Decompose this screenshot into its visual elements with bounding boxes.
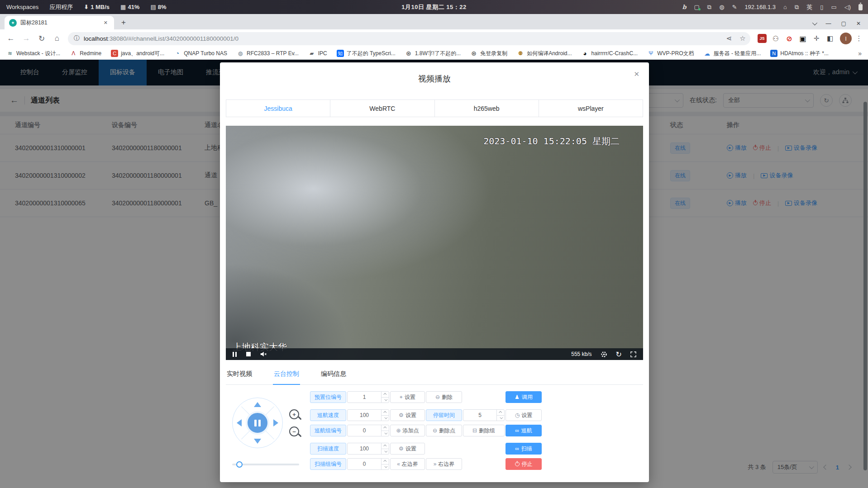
spin-down-icon[interactable]	[382, 397, 389, 403]
address-bar[interactable]: ⓘ localhost:38080/#/channelList/34020000…	[68, 32, 750, 45]
tray-jar-icon[interactable]: ◍	[719, 4, 724, 10]
battery-icon[interactable]	[858, 4, 863, 10]
site-info-icon[interactable]: ⓘ	[74, 34, 80, 43]
pause-icon[interactable]	[233, 352, 237, 357]
spin-up-icon[interactable]	[382, 392, 389, 397]
bookmark-item[interactable]: Cjava、android可...	[111, 50, 164, 57]
extension-qr-icon[interactable]: ▣	[798, 34, 807, 43]
extension-adblock-icon[interactable]: ⊘	[785, 34, 794, 43]
back-button[interactable]: ←	[5, 32, 17, 45]
display-icon[interactable]: ▭	[831, 4, 836, 10]
phone-link-icon[interactable]: ▯	[820, 4, 823, 10]
player-settings-icon[interactable]	[601, 351, 607, 358]
stop-square-icon[interactable]	[246, 352, 251, 356]
tab-live-video[interactable]: 实时视频	[226, 368, 253, 384]
preset-call-button[interactable]: ♟调用	[506, 391, 542, 403]
share-icon[interactable]: ⋖	[723, 33, 735, 44]
scan-group-stepper[interactable]	[347, 458, 389, 470]
workspaces-switcher-icon[interactable]: ⧉	[795, 4, 799, 11]
tab-ptz-control[interactable]: 云台控制	[273, 368, 300, 385]
cruise-delete-point-button[interactable]: ⊖删除点	[426, 425, 462, 436]
tray-notification-icon[interactable]: ▢	[694, 4, 700, 10]
bookmark-item[interactable]: ◍RFC2833 – RTP Ev...	[237, 50, 299, 57]
video-player[interactable]: 2023-01-10 15:22:05 星期二 上地科实大华 555 kb/s …	[226, 126, 643, 360]
preset-number-stepper[interactable]	[347, 391, 389, 403]
bookmarks-overflow-button[interactable]: »	[858, 50, 862, 57]
bookmark-item[interactable]: ΨWVP-PRO文档	[647, 50, 694, 57]
spin-up-icon[interactable]	[382, 410, 389, 415]
scan-right-boundary-button[interactable]: »右边界	[426, 458, 462, 470]
home-button[interactable]: ⌂	[51, 32, 63, 45]
bookmark-item[interactable]: NHDAtmos :: 种子 *...	[770, 50, 829, 57]
tab-jessibuca[interactable]: Jessibuca	[226, 100, 330, 117]
bookmark-folder[interactable]: ▰IPC	[308, 50, 327, 57]
scan-start-button[interactable]: ∞扫描	[506, 443, 542, 455]
cruise-start-button[interactable]: ∞巡航	[506, 425, 542, 436]
browser-tab[interactable]: ✦ 国标28181 ✕	[5, 16, 114, 29]
home-indicator-icon[interactable]: ⌂	[783, 4, 787, 10]
spin-down-icon[interactable]	[382, 449, 389, 455]
volume-muted-icon[interactable]	[260, 351, 267, 357]
stay-time-stepper[interactable]	[463, 409, 505, 421]
new-tab-button[interactable]: +	[118, 17, 129, 28]
screenshot-tool-icon[interactable]: ✎	[732, 4, 737, 10]
spin-down-icon[interactable]	[382, 415, 389, 421]
bookmark-item[interactable]: ⊛1.8W字!了不起的...	[405, 50, 461, 57]
bookmark-item[interactable]: ≋Webstack - 设计...	[6, 50, 60, 57]
bookmark-item[interactable]: ΛRedmine	[70, 50, 101, 57]
zoom-in-icon[interactable]: +	[289, 409, 299, 419]
tab-h265web[interactable]: h265web	[434, 100, 539, 117]
fullscreen-icon[interactable]	[630, 351, 636, 357]
extension-js-icon[interactable]: JS	[758, 34, 767, 43]
window-maximize-button[interactable]: ▢	[841, 20, 846, 27]
ip-address-indicator[interactable]: 192.168.1.3	[744, 4, 776, 10]
dialog-close-icon[interactable]: ✕	[634, 70, 639, 78]
clipboard-icon[interactable]: ⧉	[707, 4, 711, 11]
bookmark-item[interactable]: ☁服务器 - 轻量应用...	[704, 50, 761, 57]
spin-up-icon[interactable]	[382, 459, 389, 464]
spin-down-icon[interactable]	[497, 415, 504, 421]
spin-up-icon[interactable]	[382, 443, 389, 449]
cruise-add-point-button[interactable]: ⊕添加点	[390, 425, 425, 436]
player-refresh-icon[interactable]: ↻	[616, 350, 622, 359]
ptz-speed-slider[interactable]	[232, 464, 299, 465]
side-panel-icon[interactable]: ◧	[825, 34, 835, 43]
scan-left-boundary-button[interactable]: «左边界	[390, 458, 425, 470]
spin-down-icon[interactable]	[382, 431, 389, 436]
cruise-group-stepper[interactable]	[347, 425, 389, 436]
tray-app-b-icon[interactable]: b	[682, 4, 686, 10]
extension-privacy-icon[interactable]: ⚇	[771, 34, 780, 43]
bookmark-item[interactable]: 知了不起的 TypeScri...	[337, 50, 396, 57]
cruise-delete-group-button[interactable]: ⊟删除组	[463, 425, 505, 436]
tab-close-icon[interactable]: ✕	[102, 19, 110, 27]
bookmark-item[interactable]: ◔QNAP Turbo NAS	[174, 50, 227, 57]
bookmark-item[interactable]: ◕hairrrrr/C-CrashC...	[582, 50, 638, 57]
ptz-up-arrow[interactable]	[254, 402, 261, 407]
spin-down-icon[interactable]	[382, 464, 389, 470]
bookmark-item[interactable]: ⊛免登录复制	[470, 50, 507, 57]
cruise-speed-stepper[interactable]	[347, 409, 389, 421]
tab-search-icon[interactable]	[812, 20, 817, 25]
ptz-left-arrow[interactable]	[237, 419, 242, 426]
bookmark-star-icon[interactable]: ☆	[737, 33, 749, 44]
ptz-down-arrow[interactable]	[254, 439, 261, 444]
window-minimize-button[interactable]: —	[826, 20, 831, 27]
window-close-button[interactable]: ✕	[856, 20, 861, 27]
preset-delete-button[interactable]: ⊖删除	[426, 391, 462, 403]
extensions-puzzle-icon[interactable]: ✛	[812, 34, 821, 43]
cruise-speed-set-button[interactable]: ⚙设置	[390, 409, 425, 421]
ptz-stop-button[interactable]: 停止	[506, 458, 542, 470]
forward-button[interactable]: →	[20, 32, 33, 45]
stay-time-set-button[interactable]: ◷设置	[506, 409, 542, 421]
ptz-center-pause-button[interactable]	[246, 411, 269, 435]
tab-wsplayer[interactable]: wsPlayer	[539, 100, 643, 117]
spin-up-icon[interactable]	[382, 425, 389, 431]
profile-avatar[interactable]: I	[840, 33, 852, 44]
reload-button[interactable]: ↻	[35, 32, 48, 45]
scan-speed-set-button[interactable]: ⚙设置	[390, 443, 425, 455]
tab-encoding-info[interactable]: 编码信息	[320, 368, 347, 384]
slider-handle[interactable]	[236, 461, 243, 468]
scan-speed-stepper[interactable]	[347, 443, 389, 455]
ptz-right-arrow[interactable]	[273, 419, 278, 426]
browser-menu-icon[interactable]: ⋮	[854, 34, 863, 43]
